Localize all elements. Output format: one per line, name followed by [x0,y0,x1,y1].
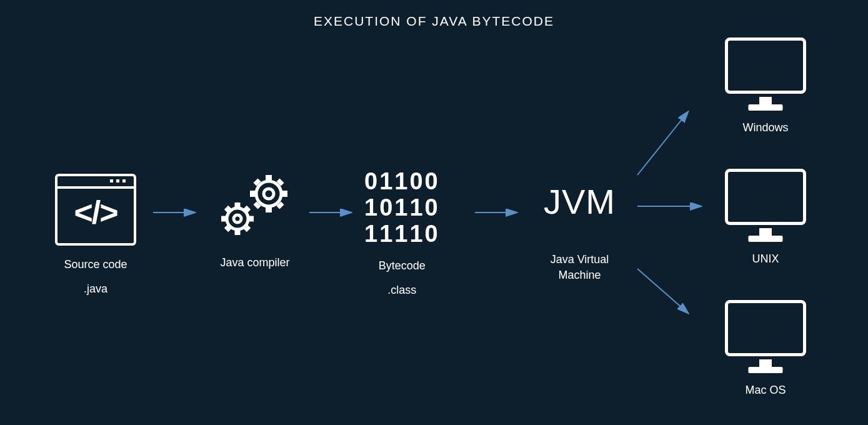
diagram-title: EXECUTION OF JAVA BYTECODE [0,14,868,29]
svg-point-0 [256,181,281,206]
jvm-label-2: Machine [544,269,616,282]
macos-node: Mac OS [725,300,806,397]
bits-row-0: 01100 [364,169,440,195]
svg-line-7 [256,181,259,184]
arrow-jvm-to-windows [637,112,687,175]
bits-row-2: 11110 [364,221,440,248]
svg-line-9 [256,204,259,207]
svg-point-1 [264,189,274,199]
unix-label: UNIX [725,252,806,266]
bits-row-1: 10110 [364,195,440,221]
svg-point-10 [227,208,248,229]
bytecode-label-2: .class [364,284,440,297]
gears-icon [211,169,299,244]
source-code-node: </> Source code .java [55,174,136,296]
source-label-1: Source code [55,258,136,271]
svg-line-19 [226,227,229,230]
source-label-2: .java [55,282,136,296]
code-glyph: </> [57,196,134,229]
monitor-icon [725,169,806,225]
jvm-text: JVM [544,181,616,222]
jvm-label-1: Java Virtual [544,253,616,266]
windows-label: Windows [725,121,806,134]
svg-point-11 [234,215,241,222]
svg-line-18 [246,227,249,230]
bytecode-label-1: Bytecode [364,259,440,272]
svg-line-8 [279,204,282,207]
code-window-icon: </> [55,174,136,246]
bytecode-bits: 01100 10110 11110 [364,169,440,247]
arrow-jvm-to-macos [637,269,687,312]
compiler-label: Java compiler [211,256,299,269]
macos-label: Mac OS [725,384,806,397]
svg-line-6 [279,181,282,184]
unix-node: UNIX [725,169,806,266]
monitor-icon [725,300,806,356]
windows-node: Windows [725,38,806,134]
jvm-node: JVM Java Virtual Machine [544,181,616,282]
svg-line-17 [226,208,229,211]
bytecode-node: 01100 10110 11110 Bytecode .class [364,169,440,297]
svg-line-16 [246,208,249,211]
monitor-icon [725,38,806,94]
compiler-node: Java compiler [211,169,299,269]
